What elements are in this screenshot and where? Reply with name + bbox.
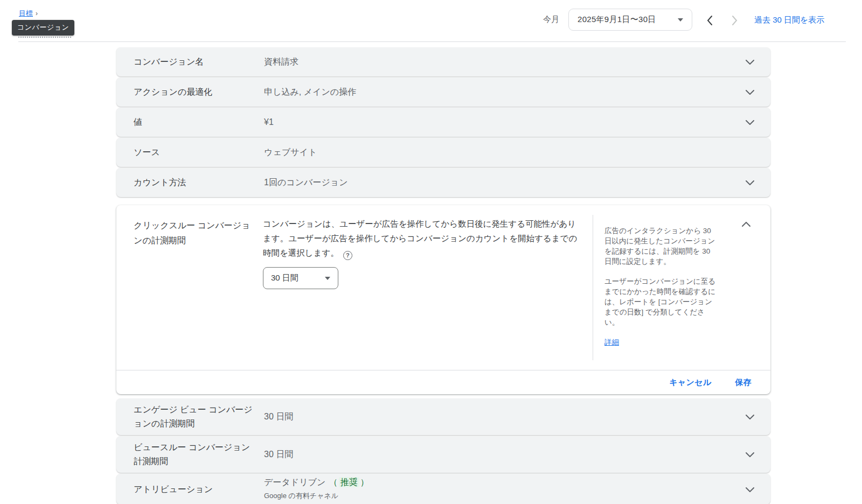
dropdown-caret-icon (325, 277, 330, 280)
chevron-down-icon[interactable] (746, 117, 754, 127)
row-label: ソース (134, 141, 264, 164)
panel-body: クリックスルー コンバージョンの計測期間 コンバージョンは、ユーザーが広告を操作… (116, 205, 770, 370)
help-panel: 広告のインタラクションから 30 日以内に発生したコンバージョンを記録するには、… (604, 226, 719, 347)
row-value: 申し込み, メインの操作 (264, 86, 770, 98)
row-source: ソース ウェブサイト (116, 138, 770, 167)
breadcrumb-chevron-icon: › (36, 10, 38, 17)
date-range-picker[interactable]: 2025年9月1日〜30日 (568, 9, 692, 31)
settings-card-list: コンバージョン名 資料請求 アクションの最適化 申し込み, メインの操作 値 ¥… (116, 47, 770, 504)
chevron-down-icon[interactable] (746, 485, 754, 494)
row-label: アトリビューション (134, 478, 264, 501)
help-icon[interactable]: ? (343, 251, 352, 260)
dropdown-caret-icon (678, 18, 683, 22)
row-label: 値 (134, 111, 264, 134)
breadcrumb: 目標› (19, 9, 38, 18)
row-count-method[interactable]: カウント方法 1回のコンバージョン (116, 168, 770, 197)
window-length-select[interactable]: 30 日間 (263, 267, 338, 289)
row-label: カウント方法 (134, 171, 264, 194)
row-engaged-view-window[interactable]: エンゲージ ビュー コンバージョンの計測期間 30 日間 (116, 398, 770, 435)
click-through-window-panel: クリックスルー コンバージョンの計測期間 コンバージョンは、ユーザーが広告を操作… (116, 205, 770, 394)
chevron-down-icon[interactable] (746, 57, 754, 67)
panel-label: クリックスルー コンバージョンの計測期間 (134, 218, 255, 248)
recommended-badge: 推奨 (339, 477, 359, 487)
badge-paren-close: ） (360, 478, 369, 487)
row-label: ビュースルー コンバージョン計測期間 (134, 436, 264, 473)
row-value[interactable]: 値 ¥1 (116, 108, 770, 137)
badge-paren-open: （ (329, 478, 338, 487)
chevron-down-icon[interactable] (746, 412, 754, 422)
row-conversion-name[interactable]: コンバージョン名 資料請求 (116, 47, 770, 76)
breadcrumb-goals-link[interactable]: 目標 (19, 9, 33, 17)
period-label: 今月 (543, 15, 559, 25)
chevron-up-icon[interactable] (742, 219, 750, 229)
details-link[interactable]: 詳細 (604, 338, 619, 346)
row-value: 30 日間 (264, 449, 770, 460)
header-divider (18, 41, 846, 42)
attribution-model: データドリブン (264, 478, 325, 487)
row-value: データドリブン （推奨） Google の有料チャネル (264, 477, 770, 502)
row-label: コンバージョン名 (134, 51, 264, 73)
row-label: アクションの最適化 (134, 81, 264, 103)
show-last-30-days-link[interactable]: 過去 30 日間を表示 (754, 15, 824, 25)
next-period-button[interactable] (728, 14, 741, 27)
help-panel-divider (593, 215, 593, 360)
cancel-button[interactable]: キャンセル (669, 377, 711, 388)
help-paragraph: 広告のインタラクションから 30 日以内に発生したコンバージョンを記録するには、… (604, 226, 719, 267)
row-value: ¥1 (264, 116, 770, 128)
chevron-down-icon[interactable] (746, 178, 754, 187)
date-range-value: 2025年9月1日〜30日 (578, 15, 656, 25)
row-view-through-window[interactable]: ビュースルー コンバージョン計測期間 30 日間 (116, 436, 770, 473)
row-value: 30 日間 (264, 411, 770, 423)
save-button[interactable]: 保存 (735, 377, 752, 388)
row-attribution[interactable]: アトリビューション データドリブン （推奨） Google の有料チャネル (116, 474, 770, 504)
chevron-left-icon (706, 15, 713, 26)
panel-description-text: コンバージョンは、ユーザーが広告を操作してから数日後に発生する可能性があります。… (263, 219, 577, 257)
chevron-right-icon (732, 15, 738, 26)
panel-description: コンバージョンは、ユーザーが広告を操作してから数日後に発生する可能性があります。… (263, 216, 582, 260)
row-action-optimization[interactable]: アクションの最適化 申し込み, メインの操作 (116, 78, 770, 107)
conversion-tooltip: コンバージョン (12, 20, 74, 36)
row-value: 資料請求 (264, 56, 770, 68)
previous-period-button[interactable] (703, 14, 716, 27)
row-value: 1回のコンバージョン (264, 177, 770, 188)
row-label: エンゲージ ビュー コンバージョンの計測期間 (134, 398, 264, 435)
chevron-down-icon[interactable] (746, 87, 754, 97)
conversion-settings-page: 目標› 資料請求 コンバージョン 今月 2025年9月1日〜30日 過去 30 … (0, 0, 862, 504)
attribution-subtext: Google の有料チャネル (264, 490, 770, 502)
chevron-down-icon[interactable] (746, 450, 754, 459)
help-paragraph: ユーザーがコンバージョンに至るまでにかかった時間を確認するには、レポートを [コ… (604, 276, 719, 327)
window-length-value: 30 日間 (271, 273, 298, 283)
row-value: ウェブサイト (264, 146, 770, 158)
attribution-value: データドリブン （推奨） (264, 477, 770, 488)
panel-footer: キャンセル 保存 (116, 370, 770, 394)
